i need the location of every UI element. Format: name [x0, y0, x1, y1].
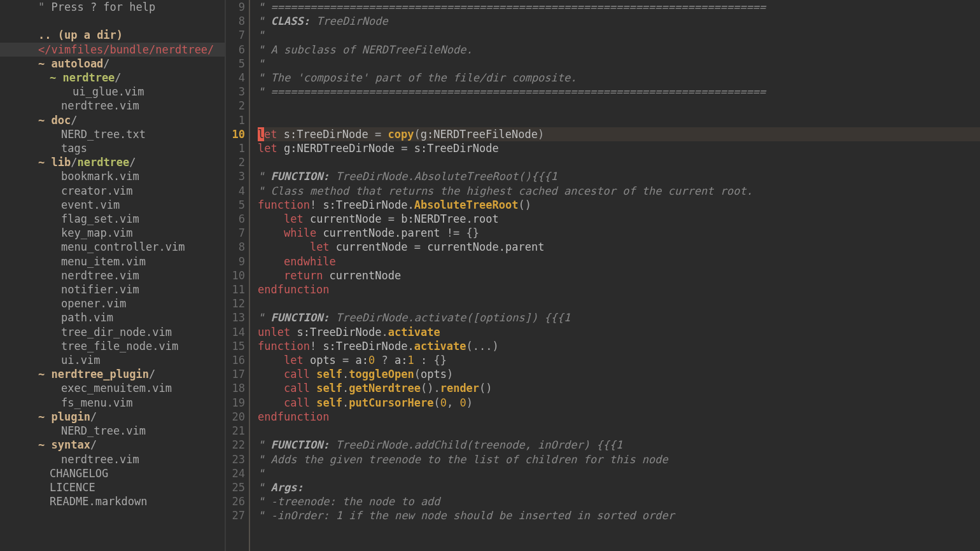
line-number: 7 [226, 226, 245, 240]
tree-dir[interactable]: ~ doc/ [0, 113, 225, 127]
tree-file[interactable]: nerdtree.vim [0, 99, 225, 113]
line-number: 12 [226, 296, 245, 310]
tree-dir[interactable]: ~ nerdtree_plugin/ [0, 367, 225, 381]
tree-file[interactable]: tree_dir_node.vim [0, 325, 225, 339]
tree-file[interactable]: exec_menuitem.vim [0, 381, 225, 395]
tree-file[interactable]: opener.vim [0, 296, 225, 310]
line-number: 5 [226, 198, 245, 212]
tree-file[interactable]: path.vim [0, 310, 225, 324]
line-number: 3 [226, 169, 245, 183]
tree-file[interactable]: key_map.vim [0, 226, 225, 240]
line-number: 18 [226, 381, 245, 395]
line-number: 4 [226, 71, 245, 85]
line-number: 17 [226, 367, 245, 381]
tree-file[interactable]: CHANGELOG [0, 466, 225, 480]
tree-file[interactable]: event.vim [0, 198, 225, 212]
line-number: 16 [226, 353, 245, 367]
tree-file[interactable]: bookmark.vim [0, 169, 225, 183]
line-number: 26 [226, 494, 245, 508]
line-number: 19 [226, 396, 245, 410]
tree-file[interactable]: ui.vim [0, 353, 225, 367]
cursor-line: let s:TreeDirNode = copy(g:NERDTreeFileN… [258, 127, 980, 141]
tree-file[interactable]: nerdtree.vim [0, 269, 225, 282]
line-number: 23 [226, 452, 245, 466]
line-number: 9 [226, 255, 245, 269]
line-number: 3 [226, 85, 245, 99]
tree-file[interactable]: README.markdown [0, 494, 225, 508]
tree-file[interactable]: creator.vim [0, 184, 225, 198]
line-number: 10 [226, 127, 245, 141]
tree-file[interactable]: NERD_tree.txt [0, 127, 225, 141]
line-number: 21 [226, 424, 245, 438]
line-number: 8 [226, 14, 245, 28]
tree-dir[interactable]: ~ lib/nerdtree/ [0, 155, 225, 169]
line-number: 15 [226, 339, 245, 353]
tree-file[interactable]: LICENCE [0, 480, 225, 494]
line-number: 5 [226, 57, 245, 71]
line-number: 9 [226, 0, 245, 14]
line-number: 22 [226, 438, 245, 452]
line-number: 24 [226, 466, 245, 480]
line-number: 27 [226, 508, 245, 522]
line-number: 8 [226, 240, 245, 254]
nerdtree-sidebar[interactable]: " Press ? for help .. (up a dir) </vimfi… [0, 0, 225, 551]
tree-file[interactable]: flag_set.vim [0, 212, 225, 226]
line-number: 20 [226, 410, 245, 424]
tree-file[interactable]: menu_item.vim [0, 255, 225, 269]
line-number: 11 [226, 282, 245, 296]
line-number: 6 [226, 212, 245, 226]
tree-file[interactable]: tags [0, 141, 225, 155]
tree-file[interactable]: fs_menu.vim [0, 396, 225, 410]
line-number: 14 [226, 325, 245, 339]
line-number: 4 [226, 184, 245, 198]
line-number: 10 [226, 269, 245, 282]
line-number-gutter: 9876543211012345678910111213141516171819… [226, 0, 250, 551]
line-number: 25 [226, 480, 245, 494]
tree-file[interactable]: notifier.vim [0, 282, 225, 296]
editor-pane[interactable]: 9876543211012345678910111213141516171819… [225, 0, 980, 551]
code-content[interactable]: " ======================================… [250, 0, 980, 551]
tree-file[interactable]: nerdtree.vim [0, 452, 225, 466]
line-number: 1 [226, 113, 245, 127]
tree-dir[interactable]: ~ nerdtree/ [0, 71, 225, 85]
tree-file[interactable]: tree_file_node.vim [0, 339, 225, 353]
tree-file[interactable]: menu_controller.vim [0, 240, 225, 254]
line-number: 1 [226, 141, 245, 155]
nerdtree-help: " Press ? for help [0, 0, 225, 14]
tree-dir[interactable]: ~ plugin/ [0, 410, 225, 424]
tree-file[interactable]: ui_glue.vim [0, 85, 225, 99]
tree-dir[interactable]: ~ autoload/ [0, 57, 225, 71]
line-number: 2 [226, 155, 245, 169]
tree-dir[interactable]: ~ syntax/ [0, 438, 225, 452]
line-number: 7 [226, 28, 245, 42]
line-number: 2 [226, 99, 245, 113]
line-number: 6 [226, 43, 245, 57]
nerdtree-up-dir[interactable]: .. (up a dir) [0, 28, 225, 42]
nerdtree-root[interactable]: </vimfiles/bundle/nerdtree/ [0, 43, 225, 57]
line-number: 13 [226, 310, 245, 324]
tree-file[interactable]: NERD_tree.vim [0, 424, 225, 438]
cursor: l [258, 127, 264, 141]
